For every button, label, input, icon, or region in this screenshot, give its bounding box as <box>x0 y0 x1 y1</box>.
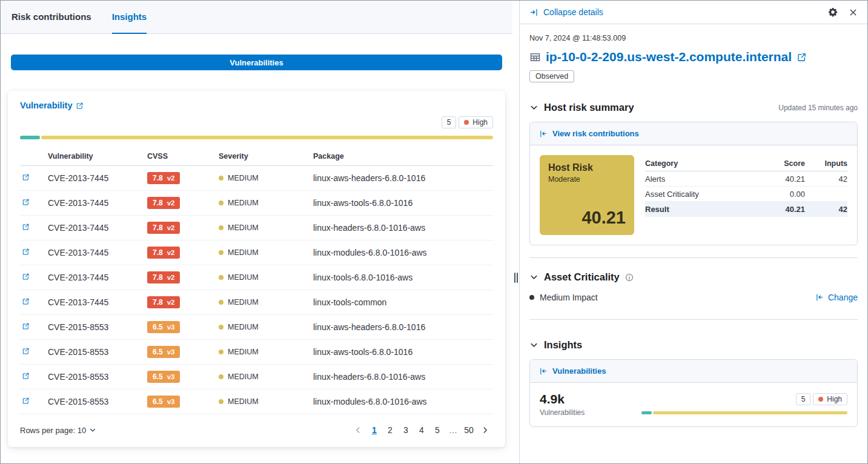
page-button-50[interactable]: 50 <box>462 423 476 437</box>
open-vulnerability-icon[interactable] <box>20 173 30 181</box>
host-name-link[interactable]: ip-10-0-2-209.us-west-2.compute.internal <box>546 50 792 64</box>
open-vulnerability-icon[interactable] <box>20 322 30 330</box>
open-vulnerability-icon[interactable] <box>20 372 30 380</box>
table-row: CVE-2015-8553 6.5v3 MEDIUM linux-aws-too… <box>20 340 493 365</box>
resize-handle[interactable] <box>514 273 515 283</box>
vulnerabilities-table: Vulnerability CVSS Severity Package CVE-… <box>20 147 493 414</box>
vulnerability-id: CVE-2015-8553 <box>48 322 147 332</box>
col-header-score: Score <box>753 159 805 168</box>
table-row: CVE-2013-7445 7.8v2 MEDIUM linux-headers… <box>20 216 493 240</box>
chevron-left-icon <box>354 426 362 434</box>
open-vulnerability-icon[interactable] <box>20 297 30 305</box>
high-severity-label: High <box>472 118 488 127</box>
host-risk-panel: View risk contributions Host Risk Modera… <box>529 122 858 245</box>
table-row: CVE-2013-7445 7.8v2 MEDIUM linux-tools-c… <box>20 290 493 315</box>
section-title: Host risk summary <box>544 102 634 113</box>
change-criticality-link[interactable]: Change <box>815 293 858 302</box>
package-name: linux-headers-6.8.0-1016-aws <box>313 372 493 382</box>
open-vulnerability-icon[interactable] <box>20 198 30 206</box>
vulnerability-link[interactable]: Vulnerability <box>20 101 84 110</box>
event-timestamp: Nov 7, 2024 @ 11:48:53.009 <box>529 34 858 42</box>
open-vulnerability-icon[interactable] <box>20 273 30 280</box>
severity-label: MEDIUM <box>228 373 259 381</box>
tab-insights[interactable]: Insights <box>112 1 147 34</box>
vulnerabilities-count: 4.9k <box>540 392 585 406</box>
table-row: CVE-2015-8553 6.5v3 MEDIUM linux-aws-hea… <box>20 315 493 340</box>
host-title-row: ip-10-0-2-209.us-west-2.compute.internal <box>529 50 858 64</box>
severity-badge-group: 5 High <box>796 393 847 405</box>
impact-dot-icon <box>529 295 534 300</box>
severity-dot-icon <box>219 201 224 205</box>
severity-label: MEDIUM <box>228 224 259 232</box>
cvss-badge: 7.8v2 <box>147 296 180 308</box>
info-icon[interactable] <box>625 273 634 282</box>
panel-resizer <box>512 1 519 463</box>
high-severity-label: High <box>827 395 842 403</box>
package-name: linux-aws-headers-6.8.0-1016 <box>313 173 493 183</box>
open-vulnerability-icon[interactable] <box>20 347 30 355</box>
next-page-button[interactable] <box>477 426 493 434</box>
tab-risk-contributions[interactable]: Risk contributions <box>12 1 91 34</box>
open-host-external-link-icon[interactable] <box>797 52 807 62</box>
page-button-4[interactable]: 4 <box>414 423 429 437</box>
package-name: linux-headers-6.8.0-1016-aws <box>313 223 493 233</box>
vulnerability-card-header: Vulnerability 5 High <box>20 101 493 128</box>
page-button-2[interactable]: 2 <box>383 423 397 437</box>
cvss-badge: 7.8v2 <box>147 197 180 209</box>
section-title: Asset Criticality <box>544 271 620 283</box>
severity-label: MEDIUM <box>228 199 259 207</box>
chevron-down-icon[interactable] <box>529 273 538 282</box>
severity-dot-icon <box>219 350 224 354</box>
col-header-package: Package <box>313 152 493 161</box>
rows-per-page-select[interactable]: Rows per page: 10 <box>20 426 96 435</box>
view-risk-contributions-link[interactable]: View risk contributions <box>539 129 639 138</box>
chevron-down-icon[interactable] <box>529 340 538 350</box>
severity-dot-icon <box>219 225 224 230</box>
score-value: 0.00 <box>753 190 805 199</box>
score-value: 40.21 <box>753 174 805 184</box>
insights-panel-body: 4.9k Vulnerabilities 5 High <box>530 383 857 426</box>
table-row: CVE-2013-7445 7.8v2 MEDIUM linux-modules… <box>20 240 493 265</box>
open-vulnerability-icon[interactable] <box>20 223 30 231</box>
bar-segment-medium <box>41 136 493 139</box>
risk-table-header: Category Score Inputs <box>645 156 847 171</box>
page-button-5[interactable]: 5 <box>430 423 445 437</box>
page-button-3[interactable]: 3 <box>399 423 413 437</box>
impact-level-label: Medium Impact <box>540 293 598 302</box>
risk-table-row: Alerts 40.21 42 <box>645 171 847 187</box>
expand-left-icon <box>539 130 548 138</box>
count-badge: 5 <box>442 116 457 128</box>
close-icon[interactable] <box>849 8 858 17</box>
table-row: CVE-2013-7445 7.8v2 MEDIUM linux-tools-6… <box>20 265 493 290</box>
insights-panel-header: Vulnerabilities <box>530 360 857 383</box>
high-dot-icon <box>464 120 469 125</box>
collapse-details-button[interactable]: Collapse details <box>529 7 603 17</box>
details-flyout: Collapse details Nov 7, 2024 @ 11:48:53.… <box>519 1 867 463</box>
cvss-badge: 7.8v2 <box>147 172 180 184</box>
collapse-arrow-icon <box>529 8 538 17</box>
app-window: Risk contributions Insights Vulnerabilit… <box>0 0 868 464</box>
high-dot-icon <box>818 397 823 402</box>
severity-badge-group: 5 High <box>442 116 493 128</box>
page-ellipsis: … <box>446 423 460 437</box>
vulnerabilities-panel-link[interactable]: Vulnerabilities <box>539 366 606 376</box>
left-content: Vulnerabilities Vulnerability 5 High <box>1 34 512 463</box>
page-button-1[interactable]: 1 <box>367 423 382 437</box>
severity-dot-icon <box>219 275 224 280</box>
open-vulnerability-icon[interactable] <box>20 248 30 256</box>
high-severity-badge: High <box>813 393 847 405</box>
cvss-badge: 7.8v2 <box>147 247 180 259</box>
open-vulnerability-icon[interactable] <box>20 397 30 405</box>
table-footer: Rows per page: 10 1 2 3 4 5 … 50 <box>20 423 493 437</box>
gear-icon[interactable] <box>828 7 838 17</box>
prev-page-button[interactable] <box>350 426 366 434</box>
vulnerability-id: CVE-2015-8553 <box>48 347 147 357</box>
severity-distribution-bar <box>20 136 493 139</box>
observed-badge: Observed <box>529 70 574 82</box>
expand-left-icon <box>539 367 548 376</box>
cvss-badge: 6.5v3 <box>147 346 180 358</box>
vulnerabilities-button[interactable]: Vulnerabilities <box>11 55 502 70</box>
chevron-down-icon[interactable] <box>529 103 538 112</box>
table-row: CVE-2013-7445 7.8v2 MEDIUM linux-aws-too… <box>20 191 493 216</box>
external-link-icon <box>76 102 84 110</box>
